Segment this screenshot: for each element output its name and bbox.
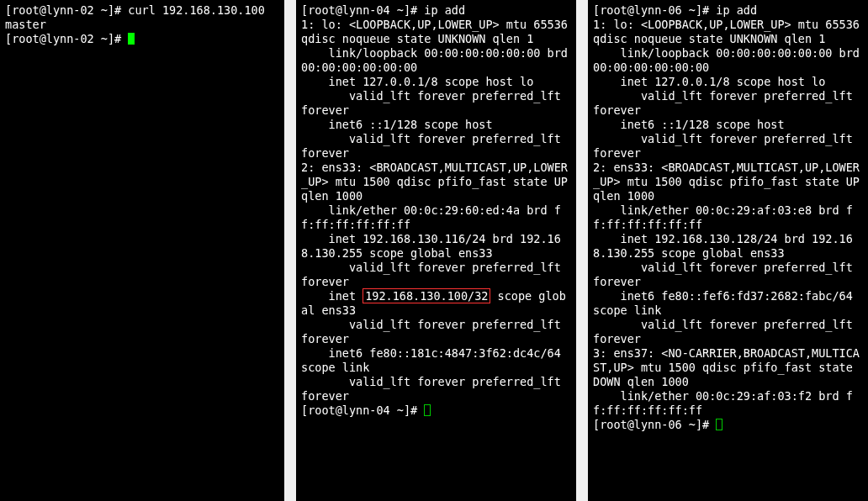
output-line: inet6 ::1/128 scope host [593,118,785,131]
terminal-pane-lynn-04[interactable]: [root@lynn-04 ~]# ip add 1: lo: <LOOPBAC… [296,0,576,501]
output-line: valid_lft forever preferred_lft forever [301,89,568,117]
output-line: inet 192.168.130.100/32 scope global ens… [301,288,566,317]
pane-divider[interactable] [284,0,296,501]
output-line: link/loopback 00:00:00:00:00:00 brd 00:0… [593,46,866,74]
output-line: inet 127.0.0.1/8 scope host lo [593,75,825,88]
cursor-icon [128,33,135,45]
output-line: link/ether 00:0c:29:af:03:f2 brd ff:ff:f… [593,389,853,417]
output-line: valid_lft forever preferred_lft forever [593,318,860,345]
output-line: link/ether 00:0c:29:af:03:e8 brd ff:ff:f… [593,203,853,231]
pane-divider[interactable] [576,0,588,501]
command-text: ip add [716,3,757,17]
output-line: inet 127.0.0.1/8 scope host lo [301,75,533,88]
output-line: 3: ens37: <NO-CARRIER,BROADCAST,MULTICAS… [593,346,860,388]
output-line: valid_lft forever preferred_lft forever [301,132,568,160]
terminal-pane-lynn-02[interactable]: [root@lynn-02 ~]# curl 192.168.130.100 m… [0,0,284,501]
output-line: inet6 fe80::181c:4847:3f62:dc4c/64 scope… [301,346,568,374]
command-text: curl 192.168.130.100 [128,3,265,17]
output-line: link/loopback 00:00:00:00:00:00 brd 00:0… [301,46,574,74]
output-line: inet6 ::1/128 scope host [301,118,493,131]
output-line: 2: ens33: <BROADCAST,MULTICAST,UP,LOWER_… [593,161,866,203]
output-line: 2: ens33: <BROADCAST,MULTICAST,UP,LOWER_… [301,161,574,203]
cursor-icon [716,419,722,430]
output-line: 1: lo: <LOOPBACK,UP,LOWER_UP> mtu 65536 … [301,18,574,45]
shell-prompt: [root@lynn-06 ~]# [593,418,716,431]
output-line: valid_lft forever preferred_lft forever [301,318,568,345]
shell-prompt: [root@lynn-06 ~]# [593,3,716,17]
shell-prompt: [root@lynn-02 ~]# [5,32,128,45]
output-line: inet6 fe80::fef6:fd37:2682:fabc/64 scope… [593,289,860,317]
output-line: master [5,18,46,31]
terminal-pane-lynn-06[interactable]: [root@lynn-06 ~]# ip add 1: lo: <LOOPBAC… [588,0,868,501]
output-line: valid_lft forever preferred_lft forever [301,375,568,403]
highlighted-ip: 192.168.130.100/32 [363,288,490,303]
shell-prompt: [root@lynn-04 ~]# [301,403,424,417]
output-line: valid_lft forever preferred_lft forever [593,132,860,160]
output-line: valid_lft forever preferred_lft forever [301,261,568,288]
output-line: 1: lo: <LOOPBACK,UP,LOWER_UP> mtu 65536 … [593,18,866,45]
cursor-icon [424,404,431,416]
command-text: ip add [424,3,465,17]
output-line: link/ether 00:0c:29:60:ed:4a brd ff:ff:f… [301,203,561,231]
output-line: valid_lft forever preferred_lft forever [593,261,860,288]
output-line: valid_lft forever preferred_lft forever [593,89,860,117]
shell-prompt: [root@lynn-02 ~]# [5,3,128,17]
output-line: inet 192.168.130.128/24 brd 192.168.130.… [593,232,853,260]
shell-prompt: [root@lynn-04 ~]# [301,3,424,17]
output-line: inet 192.168.130.116/24 brd 192.168.130.… [301,232,561,260]
